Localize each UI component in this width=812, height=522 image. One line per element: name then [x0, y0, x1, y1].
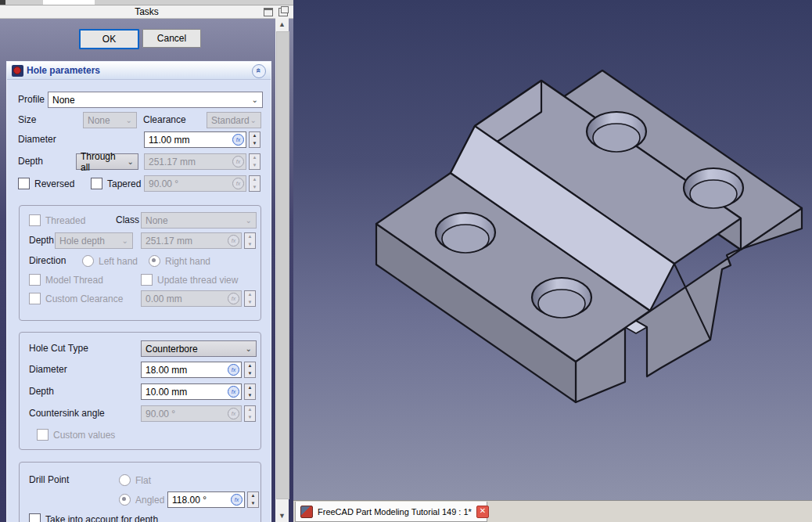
checkbox-icon[interactable] — [91, 178, 102, 189]
thread-depth-field-group: 251.17 mm fx ▲ ▼ — [141, 232, 256, 249]
spin-down-icon: ▼ — [245, 299, 255, 307]
depth-label: Depth — [18, 156, 43, 167]
chevron-down-icon: ⌄ — [246, 344, 252, 353]
diameter-stepper[interactable]: ▲ ▼ — [249, 131, 260, 148]
hole-parameters-box: Hole parameters « Profile None⌄ Size Non… — [6, 61, 271, 522]
checkbox-icon[interactable] — [29, 513, 41, 522]
hole-feature-icon — [12, 65, 23, 77]
tapered-checkbox[interactable]: Tapered — [91, 178, 141, 189]
depth-mode-combobox[interactable]: Through all⌄ — [76, 153, 138, 170]
taper-angle-field-group: 90.00 ° fx ▲ ▼ — [144, 175, 260, 192]
custom-clearance-stepper: ▲ ▼ — [244, 290, 256, 307]
direction-label: Direction — [29, 255, 66, 266]
task-panel-scrollbar[interactable]: ▲ ▼ — [275, 18, 289, 522]
spin-up-icon: ▲ — [245, 233, 255, 241]
profile-row: Profile None⌄ — [7, 92, 271, 109]
reversed-checkbox[interactable]: Reversed — [18, 178, 74, 189]
chevron-down-icon: ⌄ — [126, 116, 132, 124]
scroll-down-icon[interactable]: ▼ — [275, 509, 289, 522]
checkbox-icon — [141, 274, 153, 286]
profile-combobox[interactable]: None⌄ — [48, 92, 263, 108]
counterbore-hole — [436, 213, 495, 253]
spin-down-icon[interactable]: ▼ — [245, 370, 255, 378]
thread-depth-input: 251.17 mm fx — [141, 232, 242, 249]
custom-values-checkbox: Custom values — [37, 429, 115, 441]
close-icon[interactable]: ✕ — [476, 506, 489, 518]
drill-angle-stepper[interactable]: ▲ ▼ — [247, 491, 259, 508]
collapse-icon[interactable]: « — [252, 64, 266, 78]
countersink-stepper: ▲ ▼ — [244, 405, 256, 422]
active-tab-fragment[interactable] — [43, 0, 95, 5]
float-icon[interactable] — [278, 8, 288, 16]
countersink-label: Countersink angle — [29, 408, 105, 419]
drill-angle-input[interactable]: 118.00 ° fx — [167, 491, 245, 508]
cut-depth-label: Depth — [29, 386, 54, 397]
thread-depth-mode-combobox: Hole depth⌄ — [55, 232, 133, 249]
custom-clearance-checkbox: Custom Clearance — [29, 293, 123, 304]
cut-depth-row: Depth 10.00 mm fx ▲ ▼ — [20, 383, 283, 401]
class-combobox: None⌄ — [141, 212, 257, 229]
diameter-field-group: 11.00 mm fx ▲ ▼ — [144, 131, 260, 148]
hole-cut-type-combobox[interactable]: Counterbore⌄ — [141, 340, 257, 357]
expression-icon[interactable]: fx — [232, 134, 244, 146]
counterbore-hole — [684, 168, 743, 208]
depth-stepper: ▲ ▼ — [249, 153, 260, 170]
left-hand-radio: Left hand — [82, 255, 138, 267]
custom-clearance-input: 0.00 mm fx — [141, 290, 242, 307]
spin-up-icon[interactable]: ▲ — [245, 362, 255, 370]
expression-icon[interactable]: fx — [228, 364, 239, 376]
angled-radio: Angled — [119, 494, 164, 506]
thread-depth-label: Depth — [29, 235, 54, 246]
diameter-input[interactable]: 11.00 mm fx — [144, 131, 246, 148]
thread-depth-stepper: ▲ ▼ — [244, 232, 256, 249]
depth-row: Depth Through all⌄ 251.17 mm fx ▲ ▼ — [7, 153, 271, 171]
cut-diameter-stepper[interactable]: ▲ ▼ — [244, 362, 256, 378]
scrollbar-thumb[interactable] — [276, 31, 289, 499]
chevron-down-icon: ⌄ — [252, 95, 258, 104]
expression-icon[interactable]: fx — [231, 494, 243, 506]
spin-up-icon[interactable]: ▲ — [248, 492, 258, 500]
hole-parameters-header[interactable]: Hole parameters « — [7, 62, 271, 80]
task-panel: Tasks OK Cancel Hole parameters « Profil… — [0, 0, 293, 522]
thread-groupbox: Threaded Class None⌄ Depth Hole depth⌄ 2… — [19, 205, 261, 321]
expression-icon: fx — [228, 293, 239, 304]
spin-down-icon[interactable]: ▼ — [245, 392, 255, 400]
spin-up-icon[interactable]: ▲ — [245, 384, 255, 392]
chevron-down-icon: ⌄ — [122, 236, 128, 245]
radio-icon — [119, 474, 131, 486]
thread-depth-row: Depth Hole depth⌄ 251.17 mm fx ▲ ▼ — [20, 232, 283, 250]
document-tab[interactable]: FreeCAD Part Modeling Tutorial 149 : 1* … — [295, 502, 487, 522]
taper-angle-input: 90.00 ° fx — [144, 175, 246, 192]
clearance-combobox: Standard⌄ — [207, 112, 261, 128]
size-combobox: None⌄ — [83, 112, 137, 128]
size-row: Size None⌄ Clearance Standard⌄ — [7, 112, 271, 129]
ok-button[interactable]: OK — [79, 29, 139, 49]
spin-down-icon: ▼ — [245, 241, 255, 249]
hole-parameters-title: Hole parameters — [27, 65, 100, 76]
radio-icon — [82, 255, 94, 267]
spin-down-icon[interactable]: ▼ — [250, 140, 260, 148]
cancel-button[interactable]: Cancel — [142, 29, 201, 48]
counterbore-hole — [532, 278, 591, 318]
expression-icon[interactable]: fx — [228, 386, 239, 398]
threaded-checkbox: Threaded — [29, 214, 85, 226]
spin-down-icon[interactable]: ▼ — [248, 500, 258, 508]
checkbox-icon — [29, 214, 41, 226]
cut-depth-input[interactable]: 10.00 mm fx — [141, 383, 242, 400]
take-into-account-checkbox[interactable]: Take into account for depth — [29, 513, 158, 522]
spin-up-icon[interactable]: ▲ — [250, 132, 260, 140]
custom-clearance-field-group: 0.00 mm fx ▲ ▼ — [141, 290, 256, 307]
cut-diameter-input[interactable]: 18.00 mm fx — [141, 362, 242, 378]
checkbox-icon[interactable] — [18, 178, 30, 189]
countersink-row: Countersink angle 90.00 ° fx ▲ ▼ — [20, 405, 283, 423]
cut-depth-stepper[interactable]: ▲ ▼ — [244, 383, 256, 400]
update-thread-view-checkbox: Update thread view — [141, 274, 238, 286]
spin-up-icon: ▲ — [245, 406, 255, 414]
part-3d-model[interactable] — [293, 0, 812, 500]
checkbox-icon — [29, 293, 41, 304]
dock-icon[interactable] — [264, 8, 273, 16]
spin-down-icon: ▼ — [250, 162, 260, 170]
scroll-up-icon[interactable]: ▲ — [275, 18, 289, 31]
viewport-3d[interactable] — [293, 0, 812, 500]
chevron-down-icon: ⌄ — [250, 116, 257, 124]
